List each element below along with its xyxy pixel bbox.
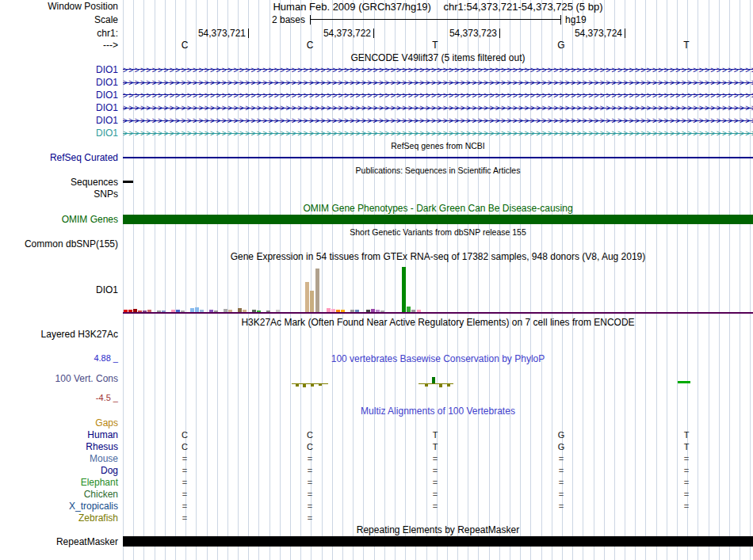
- genome-browser: Window Position Scale chr1: ---> RefSeq …: [0, 0, 753, 560]
- gtex-tissue-bar: [310, 291, 314, 312]
- multiz-alignment-cell: =: [300, 490, 320, 499]
- multiz-alignment-cell: C: [300, 442, 320, 451]
- multiz-alignment-cell: =: [425, 454, 445, 463]
- multiz-alignment-cell: =: [676, 490, 697, 499]
- reference-base: G: [551, 40, 571, 51]
- multiz-alignment-cell: T: [676, 442, 697, 451]
- gencode-transcript[interactable]: >>>>>>>>>>>>>>>>>>>>>>>>>>>>>>>>>>>>>>>>…: [123, 128, 753, 139]
- phylop-score-bar: [303, 384, 306, 387]
- phylop-max-label: 4.88 _: [94, 353, 118, 364]
- scale-value: 2 bases: [226, 14, 305, 25]
- publications-sequences-item[interactable]: [123, 181, 133, 183]
- ruler-tick-label: 54,373,724: [549, 28, 622, 39]
- multiz-alignment-cell: =: [174, 490, 195, 499]
- gencode-transcript[interactable]: >>>>>>>>>>>>>>>>>>>>>>>>>>>>>>>>>>>>>>>>…: [123, 65, 753, 75]
- gtex-tissue-bar: [402, 267, 406, 312]
- omim-gene-bar[interactable]: [123, 215, 753, 224]
- multiz-species-label[interactable]: Gaps: [95, 418, 118, 429]
- gencode-transcript[interactable]: >>>>>>>>>>>>>>>>>>>>>>>>>>>>>>>>>>>>>>>>…: [123, 90, 753, 101]
- phylop-score-bar: [432, 377, 435, 383]
- phylop-score-bar: [439, 384, 442, 387]
- genome-name: hg19: [565, 14, 587, 25]
- multiz-species-label[interactable]: X_tropicalis: [69, 501, 118, 512]
- gtex-tissue-bar: [407, 307, 411, 312]
- multiz-species-label[interactable]: Elephant: [81, 478, 118, 488]
- multiz-species-label[interactable]: Human: [87, 430, 118, 440]
- multiz-alignment-cell: =: [551, 490, 571, 499]
- multiz-alignment-cell: =: [676, 454, 697, 463]
- repeatmasker-track-title: Repeating Elements by RepeatMasker: [123, 524, 753, 535]
- strand-arrow-label: --->: [103, 40, 118, 51]
- multiz-alignment-cell: =: [300, 454, 320, 463]
- window-position-label: Window Position: [48, 2, 118, 12]
- scale-label: Scale: [94, 15, 118, 25]
- repeatmasker-bar[interactable]: [123, 536, 753, 547]
- gencode-transcript-label[interactable]: DIO1: [96, 65, 118, 75]
- ruler-tick-label: 54,373,722: [298, 28, 371, 39]
- multiz-alignment-cell: =: [300, 513, 320, 523]
- multiz-alignment-cell: =: [676, 478, 697, 487]
- multiz-alignment-cell: =: [551, 454, 571, 463]
- ruler-tick-mark: [625, 29, 625, 38]
- multiz-alignment-cell: =: [300, 478, 320, 487]
- omim-genes-label[interactable]: OMIM Genes: [62, 215, 118, 225]
- multiz-species-label[interactable]: Mouse: [90, 454, 118, 464]
- multiz-species-label[interactable]: Zebrafish: [78, 513, 118, 524]
- gencode-transcript-label[interactable]: DIO1: [96, 78, 118, 88]
- phylop-score-bar: [678, 381, 690, 383]
- multiz-alignment-cell: =: [174, 513, 195, 523]
- gencode-track-title: GENCODE V49lift37 (5 items filtered out): [123, 52, 753, 63]
- multiz-alignment-cell: T: [676, 430, 697, 440]
- h3k27ac-track-title: H3K27Ac Mark (Often Found Near Active Re…: [123, 317, 753, 328]
- gencode-transcript[interactable]: >>>>>>>>>>>>>>>>>>>>>>>>>>>>>>>>>>>>>>>>…: [123, 78, 753, 88]
- gtex-tissue-bar: [305, 282, 309, 312]
- publications-sequences-label[interactable]: Sequences: [71, 177, 118, 188]
- multiz-alignment-cell: =: [425, 466, 445, 475]
- multiz-alignment-cell: =: [425, 501, 445, 511]
- multiz-species-label[interactable]: Dog: [101, 466, 118, 476]
- gencode-transcript-label[interactable]: DIO1: [96, 103, 118, 113]
- multiz-alignment-cell: C: [174, 442, 195, 451]
- conservation-track-title: 100 vertebrates Basewise Conservation by…: [123, 353, 753, 364]
- ruler-tick-label: 54,373,721: [173, 28, 246, 39]
- common-dbsnp-label[interactable]: Common dbSNP(155): [25, 239, 118, 250]
- track-label-column: Window Position Scale chr1: ---> RefSeq …: [0, 0, 120, 560]
- refseq-curated-item[interactable]: [123, 157, 753, 158]
- gencode-transcript[interactable]: >>>>>>>>>>>>>>>>>>>>>>>>>>>>>>>>>>>>>>>>…: [123, 116, 753, 126]
- reference-base: C: [174, 40, 195, 51]
- multiz-alignment-cell: =: [551, 501, 571, 511]
- multiz-species-label[interactable]: Rhesus: [86, 442, 118, 452]
- multiz-alignment-cell: =: [174, 478, 195, 487]
- publications-track-title: Publications: Sequences in Scientific Ar…: [123, 166, 753, 175]
- gencode-transcript[interactable]: >>>>>>>>>>>>>>>>>>>>>>>>>>>>>>>>>>>>>>>>…: [123, 103, 753, 113]
- chrom-label: chr1:: [97, 29, 118, 39]
- refseq-curated-label[interactable]: RefSeq Curated: [50, 153, 118, 163]
- multiz-alignment-cell: T: [425, 442, 445, 451]
- publications-snps-label[interactable]: SNPs: [94, 189, 118, 200]
- scale-bar: [310, 15, 561, 25]
- gencode-transcript-label[interactable]: DIO1: [96, 90, 118, 101]
- gencode-transcript-label[interactable]: DIO1: [96, 116, 118, 126]
- gencode-transcript-label[interactable]: DIO1: [96, 128, 118, 139]
- position-header: Human Feb. 2009 (GRCh37/hg19) chr1:54,37…: [123, 1, 753, 13]
- ruler-tick-mark: [373, 29, 374, 38]
- multiz-alignment-cell: =: [300, 466, 320, 475]
- dbsnp-track-title: Short Genetic Variants from dbSNP releas…: [123, 227, 753, 237]
- phylop-min-label: -4.5 _: [96, 393, 118, 403]
- multiz-alignment-cell: C: [300, 430, 320, 440]
- conservation-track-label[interactable]: 100 Vert. Cons: [55, 374, 118, 384]
- layered-h3k27ac-label[interactable]: Layered H3K27Ac: [41, 330, 118, 340]
- gtex-track-title: Gene Expression in 54 tissues from GTEx …: [123, 251, 753, 262]
- multiz-alignment-cell: C: [174, 430, 195, 440]
- reference-base: C: [300, 40, 320, 51]
- multiz-species-label[interactable]: Chicken: [84, 490, 118, 500]
- repeatmasker-label[interactable]: RepeatMasker: [56, 537, 118, 547]
- position-text: chr1:54,373,721-54,373,725 (5 bp): [439, 1, 608, 13]
- track-panel[interactable]: Human Feb. 2009 (GRCh37/hg19) chr1:54,37…: [123, 0, 753, 560]
- multiz-alignment-cell: =: [300, 501, 320, 511]
- phylop-score-bar: [425, 384, 428, 387]
- multiz-alignment-cell: =: [551, 466, 571, 475]
- gtex-gene-label[interactable]: DIO1: [96, 285, 118, 295]
- multiz-alignment-cell: =: [676, 501, 697, 511]
- gtex-expression-chart[interactable]: [123, 264, 753, 312]
